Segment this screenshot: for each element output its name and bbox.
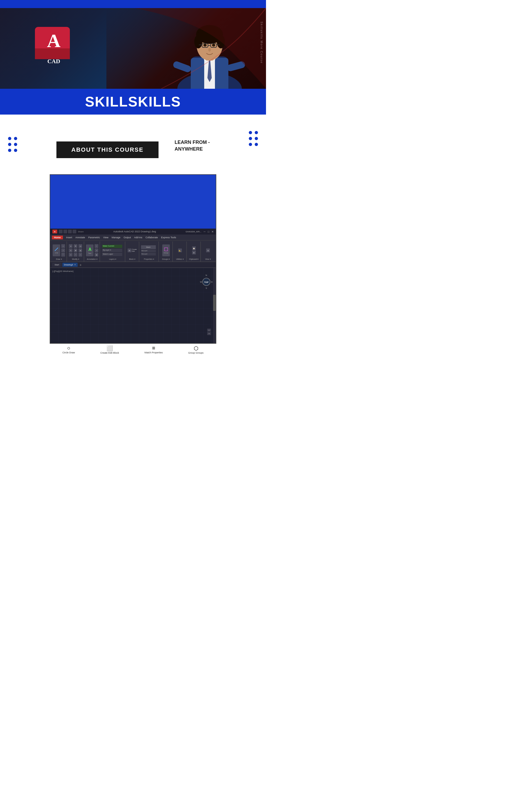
block-tools: ⊕ Create Edit (128, 249, 137, 252)
groups-icons: Group (162, 242, 170, 258)
maximize-button[interactable]: □ (208, 230, 209, 233)
line-button[interactable]: Line (53, 244, 60, 256)
nav-control-1[interactable]: ± (207, 329, 211, 332)
middle-section: ABOUT THIS COURSE LEARN FROM - ANYWHERE (0, 114, 266, 174)
properties-controls: Match ByLayer ByLayer (141, 245, 157, 255)
menu-insert[interactable]: Insert (66, 236, 72, 239)
text-button[interactable]: A Text (86, 244, 94, 256)
leader-icon[interactable]: ↗ (95, 249, 98, 252)
start-tab-btn[interactable]: Start (52, 263, 62, 267)
close-button[interactable]: ✕ (211, 230, 214, 233)
user-label: GHASEM_ARI... (186, 231, 202, 233)
menu-manage[interactable]: Manage (112, 236, 120, 239)
dot-r3 (249, 137, 252, 140)
menu-annotate[interactable]: Annotate (76, 236, 85, 239)
cad-title-bar: A Share Autodesk AutoCAD 2022 Drawing1.d… (50, 229, 216, 235)
window-title: Autodesk AutoCAD 2022 Drawing1.dwg (113, 230, 156, 233)
scale-icon[interactable]: ⊡ (78, 244, 82, 248)
circle-icon[interactable]: ○ (61, 249, 65, 252)
ribbon-properties-group: Match ByLayer ByLayer Properties ▾ (140, 241, 159, 262)
layer-dropdown[interactable]: ByLayer ▾ (102, 249, 122, 252)
ribbon-groups-group: Group Groups ▾ (159, 241, 173, 262)
insert-block-icon[interactable]: ⊕ (128, 249, 131, 252)
edit-label: Edit (132, 250, 137, 252)
svg-line-30 (55, 248, 58, 251)
measure-icon[interactable]: 📐 (178, 249, 182, 252)
copy-icon[interactable]: ⧉ (74, 244, 77, 248)
svg-text:S: S (206, 287, 207, 289)
menu-collaborate[interactable]: Collaborate (146, 236, 158, 239)
match-layer-btn[interactable]: Match Layer (102, 253, 122, 256)
match-props-icon[interactable]: Match (141, 245, 156, 249)
dot-6 (14, 149, 17, 152)
match-properties-label: ≡ Match Properties (145, 345, 163, 354)
toolbar-icon-3[interactable] (68, 230, 72, 233)
stretch-icon[interactable]: ↔ (74, 253, 77, 257)
layer-current[interactable]: Make Current (102, 245, 122, 248)
menu-output[interactable]: Output (124, 236, 131, 239)
cad-application-window[interactable]: A Share Autodesk AutoCAD 2022 Drawing1.d… (50, 174, 216, 344)
draw-label: Draw ▾ (56, 258, 62, 261)
modify-tools-extra: ⊡ ⊞ ⌐ (78, 244, 82, 257)
toolbar-icon-4[interactable] (73, 230, 76, 233)
dot-2 (14, 137, 17, 140)
tool-labels-bar: ○ Circle Draw ⬜ Create Edit Block ≡ Matc… (50, 344, 216, 357)
cad-menu-bar: Home Insert Annotate Parametric View Man… (50, 235, 216, 240)
move-icon[interactable]: ✛ (69, 244, 73, 248)
base-icon[interactable]: ⊠ (192, 251, 196, 254)
svg-text:A: A (89, 247, 92, 252)
menu-express[interactable]: Express Tools (161, 236, 176, 239)
annotation-icons: A Text ↕ ↗ ⊞ (86, 242, 98, 258)
drawing3-tab[interactable]: Drawing3 ✕ (62, 263, 78, 267)
dots-right-decoration (249, 131, 258, 146)
bylayer-prop[interactable]: ByLayer (141, 250, 156, 252)
view-icon[interactable]: ⊞ (206, 249, 210, 252)
dot-1 (8, 137, 11, 140)
fillet-icon[interactable]: ⌐ (78, 253, 82, 257)
layers-label: Layers ▾ (109, 258, 116, 261)
toolbar-icon-2[interactable] (63, 230, 67, 233)
array-icon[interactable]: ⊞ (78, 249, 82, 252)
polyline-icon[interactable]: ⌐ (61, 244, 65, 248)
bylayer-line[interactable]: ByLayer (141, 253, 156, 255)
start-tab: Start (52, 263, 62, 267)
dots-left-decoration (8, 137, 17, 152)
block-icons: ⊕ Create Edit (128, 242, 137, 258)
svg-text:E: E (211, 281, 212, 283)
rotate-icon[interactable]: ↻ (69, 249, 73, 252)
trim-icon[interactable]: ✂ (69, 253, 73, 257)
ribbon-modify-group: ✛ ↻ ✂ ⧉ ⇌ ↔ ⊡ ⊞ ⌐ (68, 241, 84, 262)
menu-addins[interactable]: Add-ins (134, 236, 142, 239)
share-button[interactable]: Share (78, 231, 83, 233)
about-text: ABOUT THIS COURSE (72, 146, 144, 153)
ribbon-clipboard-group: 📋 ⊠ Clipboard ▾ (187, 241, 201, 262)
mirror-icon[interactable]: ⇌ (74, 249, 77, 252)
linear-dim-icon[interactable]: ↕ (95, 244, 98, 248)
menu-view[interactable]: View (103, 236, 108, 239)
table-icon[interactable]: ⊞ (95, 253, 98, 257)
scrollbar-thumb[interactable] (213, 295, 216, 311)
drawing3-close[interactable]: ✕ (74, 264, 76, 266)
group-button[interactable]: Group (162, 244, 170, 256)
viewport-scrollbar-right[interactable] (213, 268, 216, 343)
nav-control-2[interactable]: ≡ (207, 332, 211, 335)
menu-parametric[interactable]: Parametric (89, 236, 100, 239)
brand-title: SKILLSKILLS (85, 94, 181, 109)
autocad-app-icon: A (52, 230, 57, 233)
toolbar-icon-1[interactable] (59, 230, 63, 233)
paste-icon[interactable]: 📋 (192, 246, 196, 250)
annotation-sub-tools: ↕ ↗ ⊞ (95, 244, 98, 257)
minimize-button[interactable]: ─ (204, 230, 206, 233)
learn-from-text: LEARN FROM - ANYWHERE (175, 139, 239, 152)
cad-viewport[interactable]: [-][Top][2D Wireframe] N S W E TOP ± (50, 268, 216, 343)
new-tab-button[interactable]: + (79, 263, 82, 267)
navigation-controls: ± ≡ (207, 329, 211, 335)
titlebar-icons (59, 230, 76, 233)
menu-home[interactable]: Home (52, 236, 63, 239)
create-edit-block-label: ⬜ Create Edit Block (100, 345, 119, 354)
clipboard-icons: 📋 ⊠ (192, 242, 196, 258)
ribbon-draw-group: Line ⌐ ○ ⌒ Draw ▾ (51, 241, 67, 262)
arc-icon[interactable]: ⌒ (61, 253, 65, 257)
draw-icons: Line ⌐ ○ ⌒ (53, 242, 65, 258)
properties-icons: Match ByLayer ByLayer (141, 242, 157, 258)
